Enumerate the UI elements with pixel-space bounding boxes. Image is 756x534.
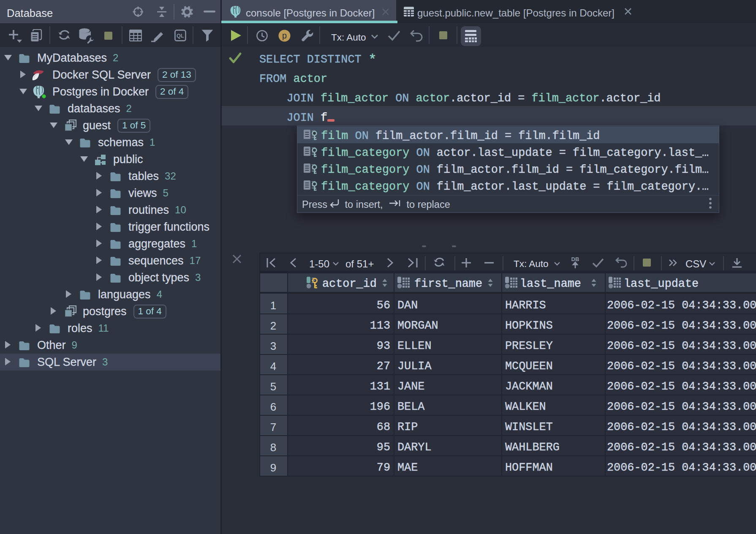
svg-text:QL: QL bbox=[177, 33, 184, 39]
svg-text:p: p bbox=[282, 31, 287, 41]
